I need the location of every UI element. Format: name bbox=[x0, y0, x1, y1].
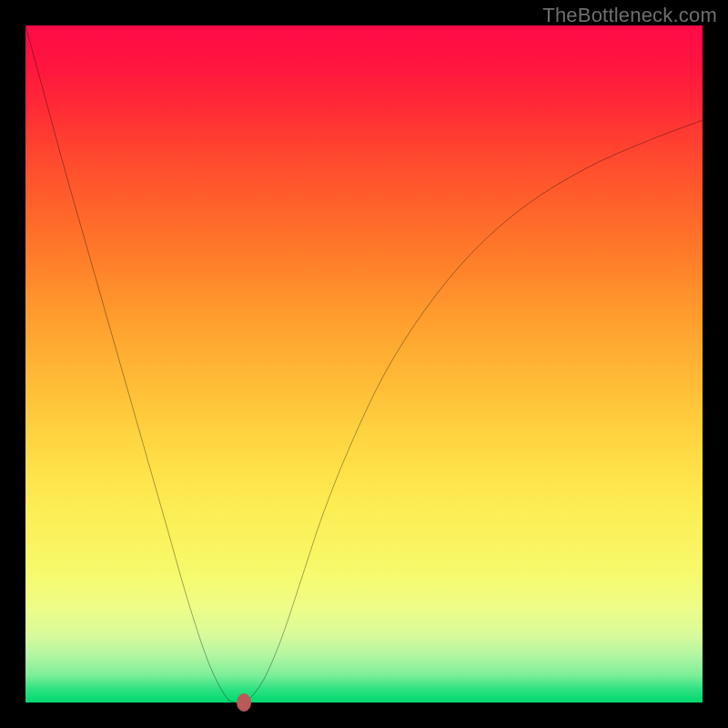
plot-area bbox=[25, 25, 703, 703]
watermark-text: TheBottleneck.com bbox=[542, 4, 717, 27]
curve-path bbox=[25, 25, 703, 703]
optimal-point-marker bbox=[237, 693, 251, 712]
bottleneck-curve bbox=[25, 25, 703, 703]
chart-frame: TheBottleneck.com bbox=[0, 0, 728, 728]
